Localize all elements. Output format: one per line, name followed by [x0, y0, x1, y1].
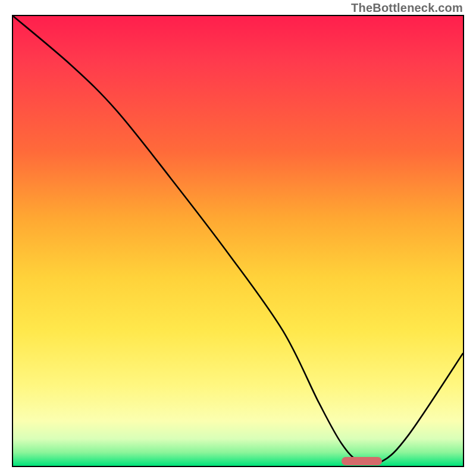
plot-area: [12, 15, 464, 467]
chart-canvas: TheBottleneck.com: [0, 0, 476, 476]
watermark-text: TheBottleneck.com: [351, 1, 463, 15]
optimal-range-marker: [342, 457, 382, 465]
bottleneck-curve: [13, 16, 463, 466]
